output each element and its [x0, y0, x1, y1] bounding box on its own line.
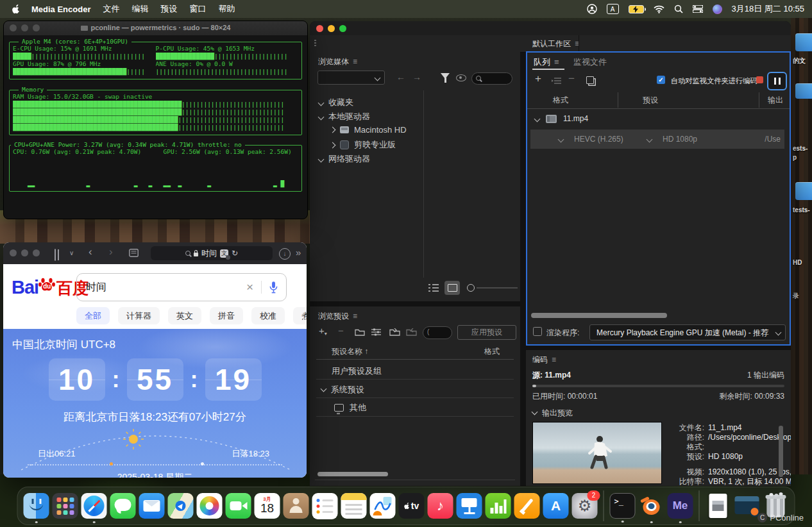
ame-close-button[interactable]: [316, 25, 323, 32]
queue-output-row[interactable]: HEVC (H.265) HD 1080p /Use: [530, 130, 784, 149]
dock-reminders-icon[interactable]: [312, 493, 338, 519]
dock-minimized-window[interactable]: [734, 493, 760, 519]
tree-item-favorites[interactable]: 收藏夹: [319, 97, 353, 108]
tab-pinyin[interactable]: 拼音: [210, 307, 243, 324]
remove-icon[interactable]: −: [568, 74, 575, 84]
dock-blender-icon[interactable]: [639, 493, 664, 519]
renderer-dropdown[interactable]: Mercury Playback Engine GPU 加速 (Metal) -…: [589, 324, 786, 340]
desktop-item-label[interactable]: 录: [793, 292, 799, 301]
zoom-slider-track[interactable]: [477, 287, 518, 289]
dock-media-encoder-icon[interactable]: Me: [668, 493, 693, 519]
page-icon[interactable]: [129, 249, 139, 257]
tab-queue[interactable]: 队列≡: [534, 56, 559, 68]
dock-finder-icon[interactable]: [24, 493, 49, 519]
dock-launchpad-icon[interactable]: [53, 493, 78, 519]
menu-preset[interactable]: 预设: [160, 3, 177, 15]
more-toolbar-icon[interactable]: »: [296, 247, 301, 258]
menu-app-name[interactable]: Media Encoder: [31, 4, 90, 14]
forward-icon[interactable]: ›: [109, 246, 113, 258]
renderer-checkbox[interactable]: [533, 327, 542, 336]
input-source-icon[interactable]: A: [607, 4, 619, 14]
output-path[interactable]: /Use: [765, 135, 781, 144]
dock-contacts-icon[interactable]: [283, 493, 309, 519]
desktop-folder-label[interactable]: p: [793, 154, 797, 161]
tab-watch-folders[interactable]: 监视文件: [573, 56, 607, 68]
tree-item-jianying[interactable]: 剪映专业版: [330, 139, 396, 151]
preset-search-input[interactable]: (: [423, 326, 452, 339]
forward-icon[interactable]: →: [412, 72, 421, 82]
dock-settings-icon[interactable]: ⚙ 2: [572, 493, 598, 519]
duplicate-icon[interactable]: [586, 76, 594, 84]
dock-appstore-icon[interactable]: A: [543, 493, 569, 519]
desktop-folder-icon[interactable]: [795, 83, 812, 99]
address-bar[interactable]: 时间 文 ↻: [151, 246, 273, 260]
dock-terminal-icon[interactable]: >_: [610, 493, 636, 519]
export-preset-icon[interactable]: [406, 328, 417, 336]
siri-icon[interactable]: [713, 4, 722, 14]
dock-maps-icon[interactable]: [168, 493, 194, 519]
preset-name-column-header[interactable]: 预设名称 ↑: [332, 346, 368, 357]
tab-calculator[interactable]: 计算器: [118, 307, 160, 324]
baidu-search-value[interactable]: 时间: [86, 281, 246, 294]
dock-mail-icon[interactable]: [139, 493, 165, 519]
tab-all[interactable]: 全部: [76, 307, 110, 324]
desktop-folder-icon[interactable]: [795, 33, 812, 51]
thumbnail-view-icon[interactable]: [444, 281, 460, 295]
media-search-input[interactable]: [471, 72, 512, 85]
desktop-disk-label[interactable]: HD: [793, 259, 802, 266]
preview-eye-icon[interactable]: [456, 74, 466, 81]
safari-close-button[interactable]: [10, 249, 17, 256]
apply-preset-button[interactable]: 应用预设: [457, 325, 516, 340]
panel-menu-icon[interactable]: ≡: [554, 57, 559, 67]
safari-zoom-button[interactable]: [33, 249, 40, 256]
tree-item-local-drives[interactable]: 本地驱动器: [319, 111, 370, 122]
horizontal-scrollbar[interactable]: [531, 313, 667, 318]
new-group-icon[interactable]: [355, 328, 365, 336]
menu-file[interactable]: 文件: [103, 3, 119, 15]
list-view-icon[interactable]: [428, 284, 439, 292]
reload-icon[interactable]: ↻: [232, 249, 238, 258]
dock-numbers-icon[interactable]: [486, 493, 511, 519]
dock-notes-icon[interactable]: [341, 493, 367, 519]
column-divider[interactable]: [759, 92, 759, 108]
preset-row-user[interactable]: 用户预设及组: [332, 365, 382, 377]
dock-messages-icon[interactable]: [110, 493, 136, 519]
preset-row-other[interactable]: 其他: [334, 402, 366, 414]
output-preview-toggle[interactable]: 输出预览: [532, 408, 573, 419]
ame-minimize-button[interactable]: [328, 25, 335, 32]
tab-calibrate[interactable]: 校准: [251, 307, 285, 324]
dock-document-icon[interactable]: [706, 493, 731, 519]
panel-menu-icon[interactable]: ≡: [552, 355, 556, 364]
zoom-slider-knob[interactable]: [467, 284, 475, 292]
dock-music-icon[interactable]: ♪: [428, 493, 453, 519]
dock-appletv-icon[interactable]: tv: [399, 493, 425, 519]
horizontal-scrollbar[interactable]: [317, 472, 388, 476]
apple-menu-icon[interactable]: [12, 4, 21, 14]
menubar-clock[interactable]: 3月18日 周二 10:55: [732, 3, 804, 15]
output-preset[interactable]: HD 1080p: [663, 135, 697, 144]
import-preset-icon[interactable]: [389, 328, 400, 336]
battery-icon[interactable]: [629, 5, 644, 13]
workspace-tab[interactable]: 默认工作区≡: [532, 38, 579, 49]
queue-output-column[interactable]: 输出: [768, 95, 783, 106]
dock-photos-icon[interactable]: [197, 493, 223, 519]
column-divider[interactable]: [618, 92, 618, 108]
tree-divider[interactable]: [423, 90, 424, 278]
tree-item-macintosh-hd[interactable]: Macintosh HD: [330, 125, 407, 135]
dock-safari-icon[interactable]: [81, 493, 107, 519]
menu-edit[interactable]: 编辑: [131, 3, 148, 15]
safari-minimize-button[interactable]: [21, 249, 28, 256]
dock-keynote-icon[interactable]: [457, 493, 482, 519]
terminal-output[interactable]: Apple M4 (cores: 6E+4P+10GPU) E-CPU Usag…: [9, 36, 302, 219]
queue-preset-column[interactable]: 预设: [643, 95, 658, 106]
vertical-scrollbar[interactable]: [779, 426, 783, 477]
panel-menu-icon[interactable]: ≡: [353, 312, 357, 321]
preset-format-column-header[interactable]: 格式: [484, 346, 500, 357]
pause-queue-button[interactable]: [767, 72, 787, 90]
filter-icon[interactable]: [441, 73, 450, 79]
wifi-icon[interactable]: [654, 5, 664, 13]
queue-format-column[interactable]: 格式: [553, 95, 568, 106]
menu-help[interactable]: 帮助: [218, 3, 235, 15]
tree-item-network-drives[interactable]: 网络驱动器: [319, 153, 370, 165]
sidebar-toggle-icon[interactable]: [55, 249, 56, 261]
